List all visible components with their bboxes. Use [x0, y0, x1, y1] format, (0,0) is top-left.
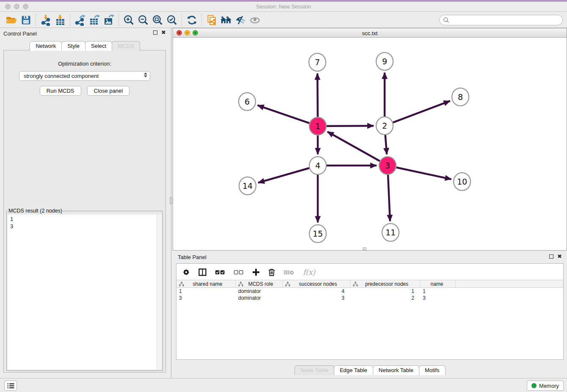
- documents-share-icon[interactable]: [204, 14, 219, 26]
- node-10[interactable]: 10: [454, 173, 471, 190]
- network-window-title: scc.txt: [173, 30, 567, 36]
- unchecked-checkboxes-icon[interactable]: [234, 269, 244, 275]
- edge-3-1[interactable]: [328, 132, 380, 161]
- zoom-out-icon[interactable]: [136, 14, 150, 26]
- tab-network-table[interactable]: Network Table: [373, 365, 419, 375]
- cell-mcds-role[interactable]: dominator: [236, 288, 283, 295]
- mcds-panel: Optimization criterion: strongly connect…: [3, 50, 166, 373]
- refresh-icon[interactable]: [184, 14, 199, 26]
- network-window-titlebar[interactable]: × − + scc.txt: [173, 28, 567, 38]
- search-input[interactable]: [451, 17, 559, 23]
- toolbar-search[interactable]: [439, 15, 563, 25]
- run-mcds-button[interactable]: Run MCDS: [40, 86, 81, 96]
- network-graph[interactable]: 7968124314101511: [173, 38, 566, 250]
- vertical-splitter[interactable]: [169, 28, 173, 378]
- column-header-mcds-role[interactable]: MCDS role: [236, 280, 283, 287]
- memory-button[interactable]: Memory: [527, 381, 564, 391]
- trash-icon[interactable]: [268, 268, 275, 276]
- edge-4-14[interactable]: [258, 168, 309, 183]
- svg-text:14: 14: [242, 181, 253, 190]
- edge-2-3[interactable]: [385, 135, 387, 154]
- export-image-icon[interactable]: [102, 14, 116, 26]
- float-panel-icon[interactable]: [549, 254, 553, 259]
- homes-icon[interactable]: [219, 14, 233, 26]
- table-panel: Table Panel ✖: [173, 251, 567, 378]
- gear-icon[interactable]: [182, 268, 190, 276]
- tab-motifs[interactable]: Motifs: [419, 365, 446, 375]
- edge-3-11[interactable]: [388, 174, 390, 221]
- hide-eye-icon[interactable]: [233, 14, 248, 26]
- cell-shared-name[interactable]: 3: [176, 295, 236, 301]
- result-line: 3: [10, 223, 162, 230]
- checked-checkboxes-icon[interactable]: [215, 269, 225, 275]
- node-4[interactable]: 4: [309, 157, 326, 174]
- tab-style[interactable]: Style: [61, 41, 85, 51]
- open-folder-icon[interactable]: [4, 14, 19, 26]
- column-header-name[interactable]: name: [420, 280, 456, 287]
- edge-3-10[interactable]: [396, 168, 451, 179]
- tab-select[interactable]: Select: [85, 41, 112, 51]
- edge-2-8[interactable]: [393, 101, 450, 122]
- node-7[interactable]: 7: [309, 53, 326, 71]
- svg-text:8: 8: [458, 92, 463, 102]
- split-columns-icon[interactable]: [198, 268, 206, 276]
- edge-1-2[interactable]: [327, 126, 374, 126]
- zoom-in-icon[interactable]: [121, 14, 136, 26]
- criterion-selected-value: strongly connected component: [24, 73, 99, 79]
- node-11[interactable]: 11: [382, 224, 399, 241]
- cell-mcds-role[interactable]: dominator: [236, 295, 283, 301]
- close-panel-button[interactable]: Close panel: [87, 86, 130, 96]
- close-panel-icon[interactable]: ✖: [557, 254, 562, 259]
- network-view-window: × − + scc.txt 7968124314101511: [173, 28, 567, 251]
- column-header-successor-nodes[interactable]: successor nodes: [283, 280, 350, 287]
- criterion-select[interactable]: strongly connected component: [19, 71, 150, 81]
- splitter-handle[interactable]: [170, 197, 172, 204]
- cell-name[interactable]: 3: [420, 295, 456, 301]
- node-6[interactable]: 6: [239, 93, 256, 110]
- svg-text:4: 4: [315, 161, 320, 170]
- node-14[interactable]: 14: [239, 177, 256, 195]
- cell-name[interactable]: 1: [420, 288, 456, 295]
- import-table-icon[interactable]: [53, 14, 67, 26]
- tab-mcds[interactable]: MCDS: [112, 41, 140, 51]
- window-resize-grip[interactable]: [363, 247, 366, 250]
- tab-node-table[interactable]: Node Table: [295, 365, 334, 375]
- table-row[interactable]: 1 dominator 4 1 1: [176, 288, 563, 295]
- edge-1-7[interactable]: [317, 73, 318, 117]
- export-network-icon[interactable]: [73, 14, 87, 26]
- column-header-predecessor-nodes[interactable]: predecessor nodes: [350, 280, 420, 287]
- edge-1-6[interactable]: [258, 105, 310, 123]
- hierarchy-icon: [285, 282, 290, 287]
- column-header-shared-name[interactable]: shared name: [176, 280, 236, 287]
- close-panel-icon[interactable]: ✖: [161, 30, 166, 35]
- table-row[interactable]: 3 dominator 3 2 3: [176, 295, 563, 301]
- zoom-selected-icon[interactable]: [165, 14, 179, 26]
- tab-edge-table[interactable]: Edge Table: [334, 365, 373, 375]
- app-title: Session: New Session: [0, 3, 567, 10]
- result-scrollbar[interactable]: [157, 215, 162, 370]
- import-network-icon[interactable]: [39, 14, 53, 26]
- mcds-result-textarea[interactable]: 1 3: [8, 215, 162, 370]
- node-8[interactable]: 8: [452, 88, 469, 106]
- cell-predecessor-nodes[interactable]: 1: [350, 288, 420, 295]
- node-15[interactable]: 15: [309, 225, 326, 243]
- export-table-icon[interactable]: [87, 14, 102, 26]
- svg-text:10: 10: [457, 177, 467, 186]
- node-2[interactable]: 2: [376, 117, 393, 135]
- cell-successor-nodes[interactable]: 3: [283, 295, 350, 301]
- node-1[interactable]: 1: [309, 117, 326, 135]
- toolbar-separator: [36, 14, 36, 26]
- toolbar-separator: [118, 14, 119, 26]
- node-3[interactable]: 3: [379, 157, 396, 174]
- table-header-row: shared name MCDS role successor: [176, 280, 563, 288]
- cell-successor-nodes[interactable]: 4: [283, 288, 350, 295]
- node-9[interactable]: 9: [376, 52, 393, 70]
- zoom-fit-icon[interactable]: [150, 14, 165, 26]
- add-column-icon[interactable]: [252, 268, 260, 276]
- tab-network[interactable]: Network: [30, 41, 62, 51]
- task-history-button[interactable]: [4, 381, 17, 391]
- cell-shared-name[interactable]: 1: [176, 288, 236, 295]
- float-panel-icon[interactable]: [153, 30, 157, 35]
- cell-predecessor-nodes[interactable]: 2: [350, 295, 420, 301]
- save-icon[interactable]: [19, 14, 33, 26]
